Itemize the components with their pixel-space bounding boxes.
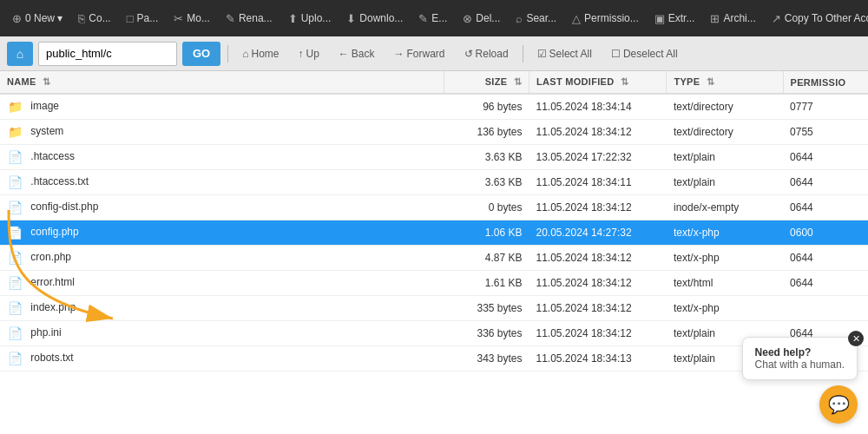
cell-name: 📁 image xyxy=(0,94,444,120)
upload-label: Uplo... xyxy=(301,12,332,24)
table-row[interactable]: 📄 robots.txt 343 bytes 11.05.2024 18:34:… xyxy=(0,346,868,372)
table-row[interactable]: 📄 config.php 1.06 KB 20.05.2024 14:27:32… xyxy=(0,220,868,246)
file-table-body: 📁 image 96 bytes 11.05.2024 18:34:14 tex… xyxy=(0,94,868,372)
txt-icon: 📄 xyxy=(7,351,23,366)
cell-size: 3.63 KB xyxy=(444,170,529,195)
go-button[interactable]: GO xyxy=(182,42,220,66)
cell-perm: 0644 xyxy=(783,195,868,220)
download-button[interactable]: ⬇ Downlo... xyxy=(339,9,410,29)
cell-type: text/x-php xyxy=(667,296,783,321)
nav-forward-label: Forward xyxy=(407,48,445,60)
archive-label: Archi... xyxy=(723,12,755,24)
nav-up-button[interactable]: ↑ Up xyxy=(292,42,326,66)
upload-button[interactable]: ⬆ Uplo... xyxy=(281,9,339,29)
go-label: GO xyxy=(193,47,210,60)
table-row[interactable]: 📄 cron.php 4.87 KB 11.05.2024 18:34:12 t… xyxy=(0,246,868,271)
permissions-button[interactable]: △ Permissio... xyxy=(565,9,646,29)
table-row[interactable]: 📄 index.php 335 bytes 11.05.2024 18:34:1… xyxy=(0,296,868,321)
copy-icon: ⎘ xyxy=(78,12,85,25)
file-name: php.ini xyxy=(30,326,61,339)
cell-size: 335 bytes xyxy=(444,296,529,321)
col-name-header[interactable]: NAME ⇅ xyxy=(0,71,444,94)
extract-button[interactable]: ▣ Extr... xyxy=(648,9,702,29)
deselect-all-button[interactable]: ☐ Deselect All xyxy=(604,42,685,66)
folder-icon: 📁 xyxy=(7,124,23,140)
file-area: NAME ⇅ SIZE ⇅ LAST MODIFIED ⇅ TYPE ⇅ PER… xyxy=(0,71,868,434)
sort-type-icon: ⇅ xyxy=(707,76,714,87)
cell-name: 📄 index.php xyxy=(0,296,444,321)
cell-size: 136 bytes xyxy=(444,120,529,145)
file-name: .htaccess xyxy=(30,150,75,162)
new-button[interactable]: ⊕ 0 New ▾ xyxy=(5,9,69,29)
chat-title: Need help? xyxy=(755,346,845,358)
cell-name: 📄 config.php xyxy=(0,220,444,246)
reload-button[interactable]: ↺ Reload xyxy=(457,42,516,66)
cell-type: text/plain xyxy=(667,145,783,170)
col-modified-header[interactable]: LAST MODIFIED ⇅ xyxy=(529,71,667,94)
table-row[interactable]: 📄 .htaccess.txt 3.63 KB 11.05.2024 18:34… xyxy=(0,170,868,195)
search-label: Sear... xyxy=(526,12,556,24)
delete-button[interactable]: ⊗ Del... xyxy=(456,9,507,29)
paste-label: Pa... xyxy=(137,12,159,24)
cell-modified: 20.05.2024 14:27:32 xyxy=(529,220,667,246)
select-all-icon: ☑ xyxy=(537,48,547,60)
copy-label: Co... xyxy=(89,12,110,24)
rename-button[interactable]: ✎ Rena... xyxy=(219,9,279,29)
col-type-header[interactable]: TYPE ⇅ xyxy=(667,71,783,94)
move-button[interactable]: ✂ Mo... xyxy=(167,9,217,29)
archive-button[interactable]: ⊞ Archi... xyxy=(703,9,762,29)
nav-home-button[interactable]: ⌂ Home xyxy=(235,42,286,66)
cell-name: 📁 system xyxy=(0,120,444,145)
chat-open-button[interactable]: 💬 xyxy=(819,385,858,424)
cell-perm: 0600 xyxy=(783,220,868,246)
download-label: Downlo... xyxy=(359,12,403,24)
cell-perm: 0644 xyxy=(783,170,868,195)
delete-icon: ⊗ xyxy=(463,12,472,25)
extract-icon: ▣ xyxy=(654,12,665,25)
cell-name: 📄 error.html xyxy=(0,271,444,296)
table-row[interactable]: 📁 image 96 bytes 11.05.2024 18:34:14 tex… xyxy=(0,94,868,120)
ini-icon: 📄 xyxy=(7,326,23,341)
table-row[interactable]: 📄 error.html 1.61 KB 11.05.2024 18:34:12… xyxy=(0,271,868,296)
path-input[interactable] xyxy=(38,42,177,66)
table-row[interactable]: 📄 .htaccess 3.63 KB 13.05.2024 17:22:32 … xyxy=(0,145,868,170)
address-bar: ⌂ GO ⌂ Home ↑ Up ← Back → Forward ↺ Relo… xyxy=(0,36,868,71)
rename-icon: ✎ xyxy=(226,12,235,25)
top-toolbar: ⊕ 0 New ▾ ⎘ Co... □ Pa... ✂ Mo... ✎ Rena… xyxy=(0,0,868,36)
cell-name: 📄 robots.txt xyxy=(0,346,444,372)
file-name: config-dist.php xyxy=(30,201,98,213)
paste-button[interactable]: □ Pa... xyxy=(120,9,166,29)
select-all-label: Select All xyxy=(549,48,592,60)
move-label: Mo... xyxy=(187,12,210,24)
nav-back-icon: ← xyxy=(339,48,349,60)
paste-icon: □ xyxy=(127,12,134,25)
table-row[interactable]: 📁 system 136 bytes 11.05.2024 18:34:12 t… xyxy=(0,120,868,145)
html-icon: 📄 xyxy=(7,275,23,291)
home-button[interactable]: ⌂ xyxy=(7,42,33,66)
delete-label: Del... xyxy=(476,12,500,24)
col-size-header[interactable]: SIZE ⇅ xyxy=(444,71,529,94)
nav-home-label: Home xyxy=(251,48,279,60)
search-button[interactable]: ⌕ Sear... xyxy=(509,9,563,29)
chat-close-button[interactable]: ✕ xyxy=(848,331,864,346)
nav-up-label: Up xyxy=(306,48,319,60)
permissions-icon: △ xyxy=(572,12,581,25)
cell-name: 📄 .htaccess.txt xyxy=(0,170,444,195)
cell-modified: 11.05.2024 18:34:13 xyxy=(529,346,667,372)
copy-button[interactable]: ⎘ Co... xyxy=(71,9,117,29)
nav-forward-button[interactable]: → Forward xyxy=(387,42,452,66)
copyto-button[interactable]: ↗ Copy To Other Acco... xyxy=(765,9,868,29)
edit-button[interactable]: ✎ E... xyxy=(411,9,454,29)
cell-size: 3.63 KB xyxy=(444,145,529,170)
select-all-button[interactable]: ☑ Select All xyxy=(530,42,599,66)
table-row[interactable]: 📄 config-dist.php 0 bytes 11.05.2024 18:… xyxy=(0,195,868,220)
table-row[interactable]: 📄 php.ini 336 bytes 11.05.2024 18:34:12 … xyxy=(0,321,868,346)
cell-perm: 0644 xyxy=(783,246,868,271)
table-header-row: NAME ⇅ SIZE ⇅ LAST MODIFIED ⇅ TYPE ⇅ PER… xyxy=(0,71,868,94)
cell-type: text/plain xyxy=(667,170,783,195)
cell-size: 1.06 KB xyxy=(444,220,529,246)
cell-modified: 11.05.2024 18:34:12 xyxy=(529,271,667,296)
extract-label: Extr... xyxy=(668,12,695,24)
col-perm-header[interactable]: PERMISSIO xyxy=(783,71,868,94)
nav-back-button[interactable]: ← Back xyxy=(332,42,382,66)
